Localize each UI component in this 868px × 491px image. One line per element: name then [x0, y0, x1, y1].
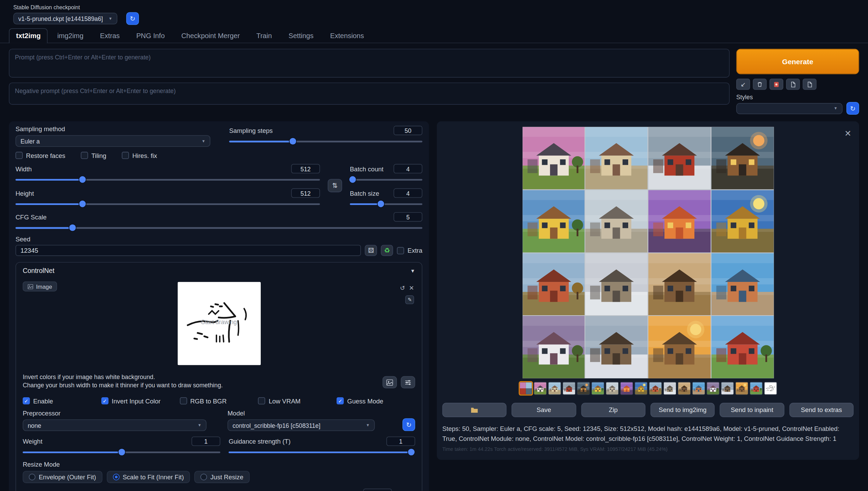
- tab-checkpoint-merger[interactable]: Checkpoint Merger: [174, 28, 247, 43]
- checkbox-box[interactable]: [180, 397, 187, 404]
- width-slider[interactable]: [15, 176, 320, 183]
- checkbox-hires-fix[interactable]: Hires. fix: [122, 152, 157, 159]
- thumbnail-1[interactable]: [533, 382, 547, 395]
- thumbnail-4[interactable]: [576, 382, 590, 395]
- guidance-value[interactable]: [386, 436, 415, 446]
- checkbox-box[interactable]: [397, 247, 404, 254]
- radio-dot[interactable]: [113, 474, 119, 480]
- checkbox-rgb-to-bgr[interactable]: RGB to BGR: [180, 397, 258, 404]
- checkbox-tiling[interactable]: Tiling: [81, 152, 106, 159]
- prompt-input[interactable]: [9, 49, 730, 78]
- thumbnail-15[interactable]: [735, 382, 748, 395]
- batch-count-value[interactable]: [394, 164, 422, 173]
- result-image-11-rustic-brown[interactable]: [648, 253, 711, 316]
- checkbox-box[interactable]: ✓: [23, 397, 30, 404]
- result-image-7-purple-orange-village[interactable]: [648, 190, 711, 252]
- brush-settings-button[interactable]: [401, 376, 415, 388]
- result-image-12-colorful-lane[interactable]: [711, 253, 774, 316]
- result-image-9-autumn-red-roofs[interactable]: [522, 253, 585, 316]
- thumbnail-16[interactable]: [749, 382, 763, 395]
- styles-select[interactable]: ▼: [736, 103, 843, 114]
- result-image-3-red-barn-snow[interactable]: [648, 127, 711, 189]
- thumbnail-controlnet-map[interactable]: [764, 382, 777, 395]
- sampling-steps-slider[interactable]: [229, 138, 422, 145]
- checkbox-box[interactable]: ✓: [101, 397, 108, 404]
- weight-value[interactable]: [191, 436, 220, 446]
- resize-option-scale-to-fit-inner-fit-[interactable]: Scale to Fit (Inner Fit): [107, 471, 190, 483]
- thumbnail-13[interactable]: [706, 382, 719, 395]
- random-seed-button[interactable]: ⚄: [365, 245, 377, 256]
- tab-txt2img[interactable]: txt2img: [9, 28, 48, 43]
- result-image-4-sunset-dark-houses[interactable]: [711, 127, 774, 189]
- checkbox-guess-mode[interactable]: ✓Guess Mode: [337, 397, 415, 404]
- canvas-undo-button[interactable]: ↺: [400, 285, 405, 292]
- result-image-6-pale-cottage[interactable]: [585, 190, 648, 252]
- image-tab-badge[interactable]: Image: [23, 282, 57, 292]
- checkbox-box[interactable]: [81, 152, 88, 159]
- extra-networks-button[interactable]: [770, 79, 783, 90]
- result-image-8-gold-street-sun[interactable]: [711, 190, 774, 252]
- open-folder-button[interactable]: [442, 403, 507, 417]
- checkpoint-refresh-button[interactable]: ↻: [126, 12, 139, 25]
- checkpoint-select[interactable]: v1-5-pruned.ckpt [e1441589a6] ▼: [13, 13, 117, 24]
- apply-style-button[interactable]: [803, 79, 817, 90]
- thumbnail-6[interactable]: [605, 382, 619, 395]
- thumbnail-grid[interactable]: [519, 382, 532, 395]
- height-slider[interactable]: [15, 201, 320, 207]
- result-image-5-yellow-house[interactable]: [522, 190, 585, 252]
- checkbox-box[interactable]: ✓: [337, 397, 344, 404]
- controlnet-canvas[interactable]: Start drawing: [177, 282, 260, 365]
- reuse-seed-button[interactable]: ♻: [381, 245, 393, 256]
- send-to-img2img-button[interactable]: Send to img2img: [650, 403, 715, 417]
- checkbox-box[interactable]: [122, 152, 129, 159]
- generate-button[interactable]: Generate: [736, 49, 859, 74]
- checkbox-box[interactable]: [258, 397, 266, 404]
- checkbox-enable[interactable]: ✓Enable: [23, 397, 101, 404]
- thumbnail-2[interactable]: [548, 382, 561, 395]
- guidance-slider[interactable]: [228, 449, 415, 455]
- thumbnail-7[interactable]: [620, 382, 633, 395]
- gallery-close-button[interactable]: ✕: [844, 129, 851, 137]
- width-value[interactable]: [291, 164, 320, 173]
- checkbox-invert-input-color[interactable]: ✓Invert Input Color: [101, 397, 180, 404]
- resize-option-envelope-outer-fit-[interactable]: Envelope (Outer Fit): [23, 471, 102, 483]
- sampling-steps-value[interactable]: [394, 126, 422, 135]
- canvas-width-value[interactable]: [363, 489, 392, 491]
- thumbnail-10[interactable]: [663, 382, 676, 395]
- thumbnail-9[interactable]: [648, 382, 662, 395]
- tab-train[interactable]: Train: [249, 28, 279, 43]
- batch-size-value[interactable]: [394, 189, 422, 198]
- result-image-1-village-pink-sky[interactable]: [522, 127, 585, 189]
- thumbnail-14[interactable]: [720, 382, 734, 395]
- controlnet-model-select[interactable]: control_scribble-fp16 [c508311e] ▼: [227, 419, 375, 431]
- thumbnail-11[interactable]: [677, 382, 691, 395]
- resize-option-just-resize[interactable]: Just Resize: [195, 471, 249, 483]
- zip-button[interactable]: Zip: [581, 403, 646, 417]
- controlnet-accordion-header[interactable]: ControlNet ▼: [23, 267, 415, 275]
- tab-extras[interactable]: Extras: [93, 28, 127, 43]
- checkbox-restore-faces[interactable]: Restore faces: [15, 152, 65, 159]
- tab-img2img[interactable]: img2img: [50, 28, 91, 43]
- result-image-16-red-house-meadow[interactable]: [711, 316, 774, 378]
- cfg-scale-value[interactable]: [394, 212, 422, 221]
- batch-size-slider[interactable]: [350, 201, 422, 207]
- tab-settings[interactable]: Settings: [281, 28, 321, 43]
- checkbox-box[interactable]: [15, 152, 23, 159]
- paste-params-button[interactable]: ↙: [736, 79, 750, 90]
- checkbox-low-vram[interactable]: Low VRAM: [258, 397, 337, 404]
- clear-prompt-button[interactable]: [753, 79, 766, 90]
- send-to-inpaint-button[interactable]: Send to inpaint: [720, 403, 784, 417]
- weight-slider[interactable]: [23, 449, 220, 455]
- canvas-brush-button[interactable]: ✎: [405, 295, 414, 304]
- preprocessor-select[interactable]: none ▼: [23, 419, 207, 431]
- negative-prompt-input[interactable]: [9, 82, 730, 105]
- save-style-button[interactable]: [786, 79, 800, 90]
- send-to-extras-button[interactable]: Send to extras: [789, 403, 854, 417]
- swap-dimensions-button[interactable]: ⇅: [328, 179, 342, 192]
- thumbnail-3[interactable]: [562, 382, 576, 395]
- checkbox-extra[interactable]: Extra: [397, 247, 422, 254]
- result-image-2-cream-street[interactable]: [585, 127, 648, 189]
- batch-count-slider[interactable]: [350, 176, 422, 183]
- result-image-13-white-house-field[interactable]: [522, 316, 585, 378]
- tab-extensions[interactable]: Extensions: [323, 28, 371, 43]
